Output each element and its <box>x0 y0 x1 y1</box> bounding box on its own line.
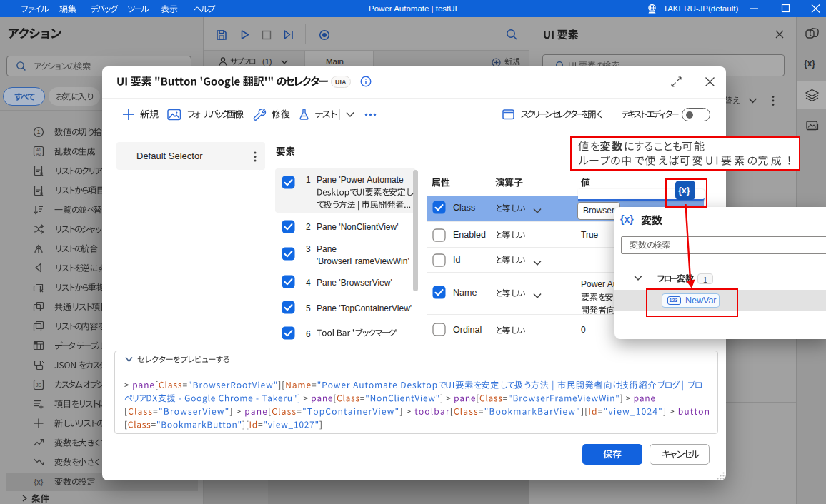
svg-text:JS: JS <box>36 383 42 388</box>
svg-text:A2: A2 <box>36 152 41 156</box>
svg-text:{x}: {x} <box>34 478 44 486</box>
svg-text:1: 1 <box>36 128 40 136</box>
